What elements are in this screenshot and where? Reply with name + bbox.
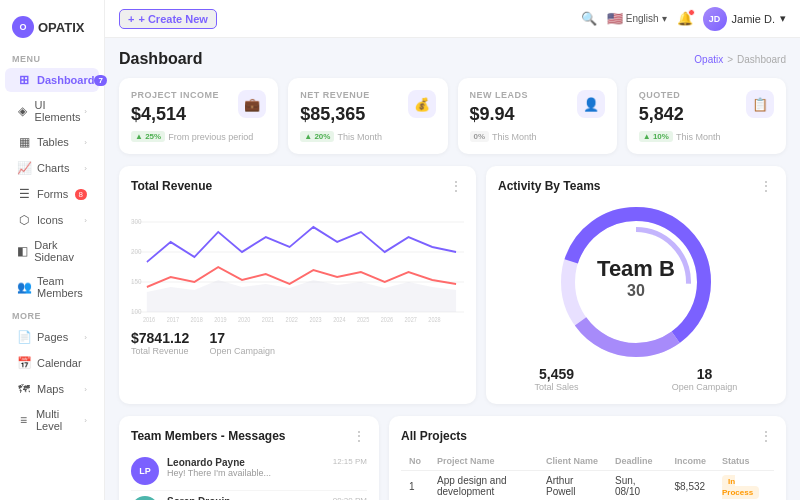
projects-menu[interactable]: ⋮ <box>759 428 774 444</box>
avatar: JD <box>703 7 727 31</box>
sidebar-item-forms[interactable]: ☰ Forms 8 <box>5 182 99 206</box>
line-chart: 300 200 150 100 2016 2017 2018 <box>131 202 464 322</box>
charts-row: Total Revenue ⋮ 300 200 150 100 <box>119 166 786 404</box>
sidebar-label-dashboard: Dashboard <box>37 74 94 86</box>
stat-icon-2: 👤 <box>577 90 605 118</box>
svg-text:2027: 2027 <box>405 315 418 322</box>
content-area: Dashboard Opatix > Dashboard PROJECT INC… <box>105 38 800 500</box>
svg-text:2018: 2018 <box>190 315 203 322</box>
cell-no: 1 <box>401 471 429 501</box>
menu-section-label: MENU <box>0 48 104 67</box>
revenue-title: Total Revenue <box>131 179 212 193</box>
stat-cards: PROJECT INCOME $4,514 ▲ 25% From previou… <box>119 78 786 154</box>
donut-area: Team B 30 <box>498 202 774 362</box>
notification-dot <box>688 9 695 16</box>
ui-icon: ◈ <box>17 104 29 118</box>
projects-table: No Project Name Client Name Deadline Inc… <box>401 452 774 500</box>
svg-marker-8 <box>147 280 456 312</box>
sidebar-item-calendar[interactable]: 📅 Calendar <box>5 351 99 375</box>
revenue-menu[interactable]: ⋮ <box>449 178 464 194</box>
svg-text:30: 30 <box>627 282 645 299</box>
sidebar-label-team: Team Members <box>37 275 87 299</box>
chevron-pages: › <box>84 333 87 342</box>
sidebar-label-charts: Charts <box>37 162 69 174</box>
dashboard-icon: ⊞ <box>17 73 31 87</box>
lang-label: English <box>626 13 659 24</box>
cell-income: $8,532 <box>667 471 715 501</box>
avatar-1: SD <box>131 496 159 500</box>
sidebar-item-pages[interactable]: 📄 Pages › <box>5 325 99 349</box>
calendar-icon: 📅 <box>17 356 31 370</box>
sidebar-item-team-members[interactable]: 👥 Team Members <box>5 270 99 304</box>
breadcrumb-parent[interactable]: Opatix <box>694 54 723 65</box>
teams-card-header: Activity By Teams ⋮ <box>498 178 774 194</box>
revenue-value: $7841.12 <box>131 330 189 346</box>
chevron-icons: › <box>84 216 87 225</box>
revenue-campaign-stat: 17 Open Campaign <box>209 330 275 356</box>
sidebar: O OPATIX MENU ⊞ Dashboard 7 ◈ UI Element… <box>0 0 105 500</box>
sidebar-label-forms: Forms <box>37 188 68 200</box>
chevron-multilevel: › <box>84 416 87 425</box>
sidebar-item-maps[interactable]: 🗺 Maps › <box>5 377 99 401</box>
svg-text:2021: 2021 <box>262 315 275 322</box>
breadcrumb-separator: > <box>727 54 733 65</box>
message-name-0: Leonardo Payne <box>167 457 325 468</box>
teams-stats: 5,459 Total Sales 18 Open Campaign <box>498 366 774 392</box>
projects-title: All Projects <box>401 429 467 443</box>
messages-menu[interactable]: ⋮ <box>352 428 367 444</box>
sidebar-item-charts[interactable]: 📈 Charts › <box>5 156 99 180</box>
notification-bell[interactable]: 🔔 <box>677 11 693 26</box>
message-item-1: SD Soren Drouin Completed 'Design new id… <box>131 491 367 500</box>
team-icon: 👥 <box>17 280 31 294</box>
sidebar-label-multilevel: Multi Level <box>36 408 84 432</box>
breadcrumb: Opatix > Dashboard <box>694 54 786 65</box>
col-client: Client Name <box>538 452 607 471</box>
messages-list: LP Leonardo Payne Hey! There I'm availab… <box>131 452 367 500</box>
open-campaign-label: Open Campaign <box>672 382 738 392</box>
teams-title: Activity By Teams <box>498 179 601 193</box>
create-label: + Create New <box>138 13 207 25</box>
tables-icon: ▦ <box>17 135 31 149</box>
svg-text:2026: 2026 <box>381 315 394 322</box>
language-selector[interactable]: 🇺🇸 English ▾ <box>607 11 667 26</box>
svg-text:2025: 2025 <box>357 315 370 322</box>
bottom-row: Team Members - Messages ⋮ LP Leonardo Pa… <box>119 416 786 500</box>
user-profile[interactable]: JD Jamie D. ▾ <box>703 7 786 31</box>
messages-header: Team Members - Messages ⋮ <box>131 428 367 444</box>
svg-text:2016: 2016 <box>143 315 156 322</box>
charts-icon: 📈 <box>17 161 31 175</box>
revenue-total-stat: $7841.12 Total Revenue <box>131 330 189 356</box>
sidebar-item-multilevel[interactable]: ≡ Multi Level › <box>5 403 99 437</box>
flag-icon: 🇺🇸 <box>607 11 623 26</box>
total-sales-stat: 5,459 Total Sales <box>535 366 579 392</box>
create-new-button[interactable]: + + Create New <box>119 9 217 29</box>
message-time-0: 12:15 PM <box>333 457 367 466</box>
svg-text:200: 200 <box>131 246 142 256</box>
sidebar-item-icons[interactable]: ⬡ Icons › <box>5 208 99 232</box>
user-chevron: ▾ <box>780 12 786 25</box>
sidebar-label-maps: Maps <box>37 383 64 395</box>
stat-card-1: NET REVENUE $85,365 ▲ 20% This Month 💰 <box>288 78 447 154</box>
sidebar-item-tables[interactable]: ▦ Tables › <box>5 130 99 154</box>
stat-icon-1: 💰 <box>408 90 436 118</box>
page-title: Dashboard <box>119 50 203 68</box>
stat-change-0: ▲ 25% From previous period <box>131 131 266 142</box>
stat-card-0: PROJECT INCOME $4,514 ▲ 25% From previou… <box>119 78 278 154</box>
search-icon[interactable]: 🔍 <box>581 11 597 26</box>
total-revenue-card: Total Revenue ⋮ 300 200 150 100 <box>119 166 476 404</box>
sidebar-item-ui[interactable]: ◈ UI Elements › <box>5 94 99 128</box>
message-content-0: Leonardo Payne Hey! There I'm available.… <box>167 457 325 478</box>
sidebar-label-dark: Dark Sidenav <box>34 239 87 263</box>
multilevel-icon: ≡ <box>17 413 30 427</box>
teams-menu[interactable]: ⋮ <box>759 178 774 194</box>
pages-icon: 📄 <box>17 330 31 344</box>
sidebar-item-dashboard[interactable]: ⊞ Dashboard 7 <box>5 68 99 92</box>
logo-icon: O <box>12 16 34 38</box>
sidebar-label-icons: Icons <box>37 214 63 226</box>
message-content-1: Soren Drouin Completed 'Design new idea'… <box>167 496 325 500</box>
cell-status: In Process <box>714 471 774 501</box>
svg-text:Team B: Team B <box>597 256 675 281</box>
icons-icon: ⬡ <box>17 213 31 227</box>
sidebar-item-darksidenav[interactable]: ◧ Dark Sidenav <box>5 234 99 268</box>
message-item-0: LP Leonardo Payne Hey! There I'm availab… <box>131 452 367 491</box>
